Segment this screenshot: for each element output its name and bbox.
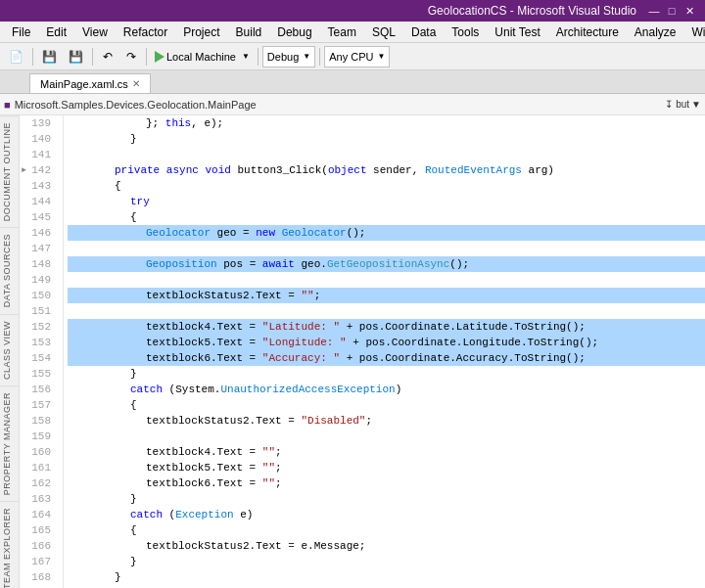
code-line-156: catch (System.UnauthorizedAccessExceptio…	[68, 382, 705, 397]
new-file-btn[interactable]: 📄	[4, 46, 28, 68]
minimize-button[interactable]: —	[646, 3, 662, 19]
menu-build[interactable]: Build	[228, 23, 270, 41]
file-path-bar: ■ Microsoft.Samples.Devices.Geolocation.…	[0, 94, 705, 115]
code-line-158: textblockStatus2.Text = "Disabled";	[68, 413, 705, 429]
code-line-151	[68, 303, 705, 319]
menu-view[interactable]: View	[74, 23, 116, 41]
menu-window[interactable]: Window	[684, 23, 705, 41]
ln-139: 139	[24, 115, 55, 131]
maximize-button[interactable]: □	[664, 3, 680, 19]
tab-bar: MainPage.xaml.cs ✕	[0, 70, 705, 94]
start-debug-btn[interactable]: Local Machine ▼	[151, 49, 254, 65]
code-line-163: }	[68, 491, 705, 507]
code-line-160: textblock4.Text = "";	[68, 444, 705, 460]
ln-149: 149	[24, 272, 55, 288]
tab-mainpage[interactable]: MainPage.xaml.cs ✕	[29, 73, 151, 93]
code-line-152: textblock4.Text = "Latitude: " + pos.Coo…	[68, 319, 705, 335]
undo-btn[interactable]: ↶	[97, 46, 118, 68]
ln-164: 164	[24, 507, 55, 522]
ln-150: 150	[24, 288, 55, 303]
ln-158: 158	[24, 413, 55, 429]
play-icon	[155, 51, 164, 63]
menu-team[interactable]: Team	[320, 23, 364, 41]
debug-config-dropdown[interactable]: Debug ▼	[262, 46, 315, 68]
ln-142: ►142	[24, 162, 55, 178]
tab-label: MainPage.xaml.cs	[40, 78, 128, 90]
line-numbers: 139 140 141 ►142 143 144 145 146 147 148…	[20, 115, 64, 588]
code-line-146: Geolocator geo = new Geolocator();	[68, 225, 705, 241]
dropdown-label: ↧ but	[665, 99, 689, 110]
code-line-147	[68, 241, 705, 256]
debug-config-label: Debug	[267, 51, 299, 63]
toolbar-sep-5	[319, 48, 320, 66]
menu-debug[interactable]: Debug	[269, 23, 319, 41]
toolbar-sep-4	[258, 48, 258, 66]
cpu-config-arrow: ▼	[377, 52, 385, 61]
menu-tools[interactable]: Tools	[444, 23, 487, 41]
ln-155: 155	[24, 366, 55, 382]
save-btn[interactable]: 💾	[37, 46, 62, 68]
sidebar-data-sources[interactable]: Data Sources	[0, 227, 19, 313]
title-text: GeolocationCS - Microsoft Visual Studio	[428, 4, 636, 18]
code-line-145: {	[68, 209, 705, 225]
class-icon: ■	[4, 99, 11, 111]
toolbar-sep-3	[146, 48, 147, 66]
code-line-150: textblockStatus2.Text = "";	[68, 288, 705, 303]
code-line-153: textblock5.Text = "Longitude: " + pos.Co…	[68, 335, 705, 350]
toolbar-sep-2	[92, 48, 93, 66]
menu-edit[interactable]: Edit	[38, 23, 74, 41]
code-line-168: }	[68, 569, 705, 585]
code-line-139: }; this, e);	[68, 115, 705, 131]
code-line-148: Geoposition pos = await geo.GetGeopositi…	[68, 256, 705, 272]
menu-refactor[interactable]: Refactor	[116, 23, 175, 41]
toolbar: 📄 💾 💾 ↶ ↷ Local Machine ▼ Debug ▼ Any CP…	[0, 43, 705, 70]
code-line-144: try	[68, 194, 705, 209]
sidebar-document-outline[interactable]: Document Outline	[0, 115, 19, 227]
menu-analyze[interactable]: Analyze	[627, 23, 684, 41]
code-line-142: private async void button3_Click(object …	[68, 162, 705, 178]
ln-167: 167	[24, 554, 55, 569]
tab-close-btn[interactable]: ✕	[132, 79, 140, 89]
ln-148: 148	[24, 256, 55, 272]
menu-bar: File Edit View Refactor Project Build De…	[0, 22, 705, 43]
code-line-140: }	[68, 131, 705, 147]
dropdown-arrow: ▼	[691, 99, 701, 110]
code-editor: 139 140 141 ►142 143 144 145 146 147 148…	[20, 115, 705, 588]
code-lines[interactable]: }; this, e); } private async void button…	[64, 115, 705, 588]
code-line-155: }	[68, 366, 705, 382]
file-path-dropdown[interactable]: ↧ but ▼	[665, 99, 701, 110]
ln-140: 140	[24, 131, 55, 147]
ln-141: 141	[24, 147, 55, 162]
sidebar-team-explorer[interactable]: Team Explorer	[0, 501, 19, 588]
ln-161: 161	[24, 460, 55, 475]
menu-project[interactable]: Project	[175, 23, 227, 41]
toolbar-sep-1	[32, 48, 33, 66]
save-all-btn[interactable]: 💾	[64, 46, 88, 68]
debug-config-arrow: ▼	[303, 52, 310, 61]
ln-160: 160	[24, 444, 55, 460]
menu-data[interactable]: Data	[403, 23, 444, 41]
ln-151: 151	[24, 303, 55, 319]
menu-sql[interactable]: SQL	[364, 23, 403, 41]
menu-architecture[interactable]: Architecture	[548, 23, 627, 41]
ln-147: 147	[24, 241, 55, 256]
sidebar-class-view[interactable]: Class View	[0, 314, 19, 385]
sidebar-property-manager[interactable]: Property Manager	[0, 385, 19, 501]
ln-159: 159	[24, 429, 55, 444]
code-line-157: {	[68, 397, 705, 413]
menu-file[interactable]: File	[4, 23, 38, 41]
ln-153: 153	[24, 335, 55, 350]
code-content: 139 140 141 ►142 143 144 145 146 147 148…	[20, 115, 705, 588]
cpu-config-dropdown[interactable]: Any CPU ▼	[324, 46, 390, 68]
menu-unittest[interactable]: Unit Test	[487, 23, 547, 41]
redo-btn[interactable]: ↷	[120, 46, 142, 68]
close-button[interactable]: ✕	[682, 3, 697, 19]
code-line-167: }	[68, 554, 705, 569]
code-line-141	[68, 147, 705, 162]
ln-162: 162	[24, 475, 55, 491]
code-line-149	[68, 272, 705, 288]
code-line-165: {	[68, 522, 705, 538]
ln-146: 146	[24, 225, 55, 241]
ln-168: 168	[24, 569, 55, 585]
left-sidebar: Document Outline Data Sources Class View…	[0, 115, 20, 588]
